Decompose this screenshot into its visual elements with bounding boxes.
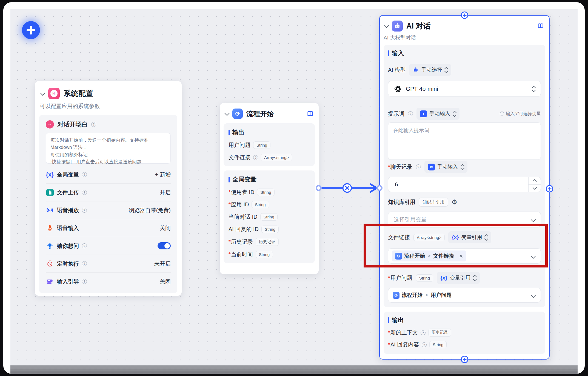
global-var-row: AI 回复的 ID String <box>229 226 310 233</box>
history-label: 聊天记录 <box>388 163 412 171</box>
workflow-canvas[interactable]: Hi 系统配置 可以配置应用的系统参数 对话开场白 每次对话开始前，发送一个初始… <box>10 9 578 365</box>
setting-row-voice-input[interactable]: 语音输入 关闭 <box>46 219 171 237</box>
user-question-select[interactable]: 流程开始 > 用户问题 <box>388 288 541 303</box>
collapse-chevron-icon[interactable] <box>40 90 45 95</box>
help-icon[interactable] <box>82 190 87 195</box>
model-mode-pill[interactable]: 手动选择 <box>409 64 451 76</box>
bottom-strip <box>10 365 578 374</box>
node-subtitle: AI 大模型对话 <box>384 34 545 41</box>
type-badge: 历史记录 <box>256 238 279 246</box>
suggest-questions-toggle[interactable] <box>158 242 171 249</box>
step-up-button[interactable] <box>529 177 541 184</box>
add-node-bottom-handle[interactable] <box>461 356 468 363</box>
file-link-label: 文件链接 <box>388 234 410 241</box>
setting-row-scheduled-run[interactable]: 定时执行 未开启 <box>46 255 171 272</box>
file-link-select[interactable]: 流程开始 > 文件链接 <box>388 248 541 264</box>
setting-row-voice-play[interactable]: 语音播放 浏览器自带(免费) <box>46 201 171 219</box>
add-variable-button[interactable]: + 新增 <box>155 171 171 178</box>
chevron-down-icon <box>531 253 536 258</box>
type-badge: Array<string> <box>261 154 292 161</box>
setting-row-input-guide[interactable]: 输入引导 关闭 <box>46 272 171 290</box>
gear-icon[interactable]: ⚙ <box>452 199 457 205</box>
collapse-chevron-icon[interactable] <box>224 111 229 116</box>
opening-line: [快捷按键]：用户点击后可以直接发送该问题 <box>50 158 166 166</box>
number-stepper <box>528 177 541 192</box>
type-badge: String <box>429 341 447 348</box>
help-icon[interactable] <box>82 279 87 284</box>
output-row: 用户问题 String <box>229 141 310 149</box>
sound-wave-icon <box>46 206 54 214</box>
help-icon[interactable] <box>82 261 87 266</box>
user-question-label: 用户问题 <box>388 274 412 282</box>
help-icon[interactable] <box>253 155 258 160</box>
help-icon[interactable] <box>422 342 427 347</box>
file-link-section: 文件链接 Array<string> 变量引用 <box>388 227 541 264</box>
book-icon[interactable] <box>307 110 314 117</box>
braces-x-icon <box>46 171 54 178</box>
model-select[interactable]: GPT-4o-mini <box>388 81 541 97</box>
ai-input-panel: 输入 AI 模型 手动选择 <box>384 45 545 307</box>
sort-chevrons-icon <box>473 275 476 281</box>
help-icon[interactable] <box>82 243 87 248</box>
output-row: AI 回复内容 String <box>388 341 541 348</box>
kb-badge: 知识库引用 <box>419 198 448 207</box>
kb-label: 知识库引用 <box>388 198 415 206</box>
source-port[interactable] <box>316 186 321 190</box>
setting-row-file-upload[interactable]: 文件上传 开启 <box>46 183 171 201</box>
sort-chevrons-icon <box>485 235 488 240</box>
help-icon[interactable] <box>408 111 413 116</box>
node-system-config[interactable]: Hi 系统配置 可以配置应用的系统参数 对话开场白 每次对话开始前，发送一个初始… <box>35 81 182 296</box>
add-node-right-handle[interactable] <box>546 185 553 192</box>
flow-start-app-icon <box>232 109 243 119</box>
type-badge: String <box>260 213 278 221</box>
prompt-mode-pill[interactable]: 手动输入 <box>416 108 459 120</box>
chat-dots-glyph <box>47 122 52 127</box>
prompt-label: 提示词 <box>388 110 404 118</box>
hi-bubble-icon: Hi <box>50 90 58 97</box>
timer-icon <box>46 260 54 267</box>
history-mode-pill[interactable]: 手动输入 <box>424 161 467 173</box>
robot-glyph <box>394 22 401 30</box>
prompt-textarea[interactable]: 在此输入提示词 <box>388 123 541 160</box>
help-icon[interactable] <box>82 172 87 177</box>
kb-reference-select[interactable]: 选择引用变量 <box>388 212 541 227</box>
sort-chevrons-icon <box>445 67 448 73</box>
flow-start-mini-icon <box>395 253 402 260</box>
setting-row-global-vars[interactable]: 全局变量 + 新增 <box>46 166 171 183</box>
number-input-icon <box>428 164 435 170</box>
collapse-chevron-icon[interactable] <box>384 23 389 28</box>
power-glyph <box>234 110 241 117</box>
help-icon[interactable] <box>416 164 421 169</box>
system-config-app-icon: Hi <box>48 88 60 99</box>
add-node-button[interactable] <box>22 21 40 39</box>
global-var-row: 应用 ID String <box>229 201 310 208</box>
flow-start-mini-icon <box>393 292 399 299</box>
add-node-top-handle[interactable] <box>461 12 468 19</box>
type-badge: String <box>256 251 273 258</box>
type-badge: 历史记录 <box>428 329 451 337</box>
type-badge: String <box>253 141 270 149</box>
variable-reference-tag[interactable]: 流程开始 > 文件链接 <box>392 250 466 261</box>
global-var-row: 使用者 ID String <box>229 189 310 196</box>
user-question-mode-pill[interactable]: 变量引用 <box>437 272 480 284</box>
help-icon[interactable] <box>91 122 96 127</box>
type-badge: String <box>416 274 433 282</box>
help-icon[interactable] <box>82 208 87 213</box>
history-count-input[interactable]: 6 <box>388 177 541 192</box>
book-icon[interactable] <box>537 22 544 30</box>
node-title: AI 对话 <box>406 21 431 31</box>
type-badge: Array<string> <box>413 234 445 241</box>
node-flow-start[interactable]: 流程开始 输出 用户问题 String 文件链接 Array<st <box>220 103 319 274</box>
remove-reference-icon[interactable] <box>459 254 463 258</box>
file-link-mode-pill[interactable]: 变量引用 <box>448 231 491 243</box>
setting-row-suggest-questions[interactable]: 猜你想问 <box>46 237 171 255</box>
chevron-down-icon <box>531 217 536 222</box>
ai-output-panel: 输出 新的上下文 历史记录 AI 回复内容 String <box>384 312 545 354</box>
target-port[interactable] <box>377 186 382 190</box>
step-down-button[interactable] <box>529 184 541 192</box>
node-ai-chat[interactable]: AI 对话 AI 大模型对话 输入 AI 模型 <box>379 15 550 360</box>
section-heading: 输入 <box>388 49 541 57</box>
opening-textarea[interactable]: 每次对话开始前，发送一个初始内容。支持标准 Markdown 语法， 可使用的额… <box>46 133 171 164</box>
ai-chat-app-icon <box>392 21 403 32</box>
help-icon[interactable] <box>421 330 426 335</box>
